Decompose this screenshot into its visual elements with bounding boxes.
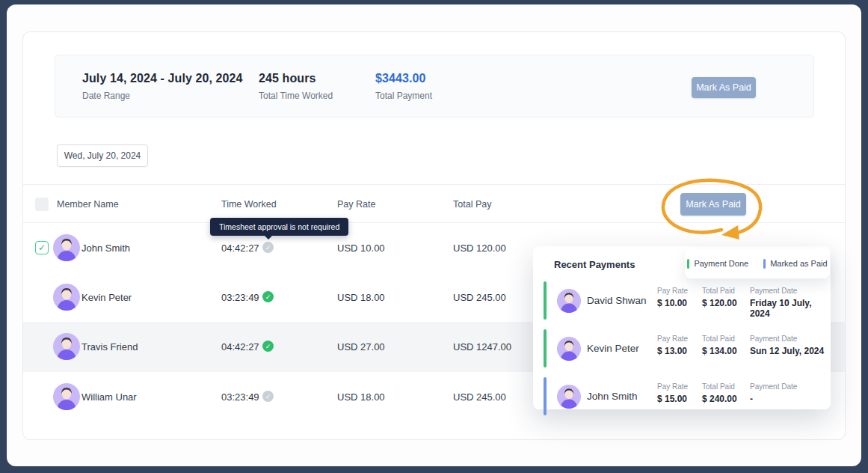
avatar [53, 383, 80, 410]
approval-pending-icon[interactable]: ✓ [262, 391, 274, 402]
total-paid-value: $ 120.00 [702, 298, 737, 308]
mark-as-paid-button-summary[interactable]: Mark As Paid [692, 77, 756, 98]
timesheet-card: July 14, 2024 - July 20, 2024 Date Range… [22, 31, 846, 440]
time-worked: 03:23:49 [221, 292, 259, 303]
mark-as-paid-button-table[interactable]: Mark As Paid [680, 193, 746, 216]
pay-rate-value: $ 15.00 [657, 394, 688, 404]
avatar [557, 289, 581, 313]
payment-done-bar [544, 329, 547, 367]
total-pay: USD 1247.00 [453, 341, 511, 353]
total-paid-value: $ 240.00 [702, 394, 737, 404]
pay-rate: USD 10.00 [337, 242, 385, 254]
payment-date-value: Sun 12 July, 2024 [750, 346, 824, 356]
time-worked: 04:42:27 [221, 242, 259, 254]
total-pay: USD 245.00 [453, 292, 506, 303]
tooltip-text: Timesheet approval is not required [219, 222, 339, 231]
payment-date-label: Payment Date [750, 287, 831, 295]
total-paid-label: Total Paid [702, 382, 737, 391]
member-name: Kevin Peter [81, 292, 132, 303]
total-payment-stat: $3443.00 Total Payment [375, 72, 432, 101]
payee-name: David Shwan [587, 295, 647, 306]
total-paid-label: Total Paid [702, 287, 737, 295]
member-name: William Unar [81, 391, 137, 403]
summary-panel: July 14, 2024 - July 20, 2024 Date Range… [55, 55, 814, 118]
pay-rate-value: $ 10.00 [657, 298, 688, 308]
date-range-label: Date Range [82, 91, 243, 101]
legend-marked-as-paid: Marked as Paid [763, 259, 827, 269]
approval-tooltip: Timesheet approval is not required [210, 218, 348, 236]
payment-done-bar [544, 281, 547, 320]
payee-name: John Smith [587, 391, 638, 402]
total-payment-value: $3443.00 [375, 72, 432, 85]
row-checkbox-checked[interactable]: ✓ [35, 241, 49, 254]
member-name: John Smith [81, 242, 130, 254]
payment-row: Kevin Peter Pay Rate$ 13.00 Total Paid$ … [533, 327, 831, 370]
date-range-value: July 14, 2024 - July 20, 2024 [82, 72, 243, 85]
total-paid-label: Total Paid [702, 335, 737, 343]
payee-name: Kevin Peter [587, 343, 639, 354]
total-time-label: Total Time Worked [259, 91, 333, 101]
legend-label: Payment Done [694, 259, 748, 268]
pay-rate: USD 18.00 [337, 292, 385, 303]
total-pay: USD 120.00 [453, 242, 506, 254]
avatar [53, 234, 80, 261]
payments-legend: Payment Done Marked as Paid [685, 248, 830, 278]
col-time-worked: Time Worked [221, 199, 277, 210]
green-bar-icon [687, 259, 689, 269]
pay-rate-label: Pay Rate [657, 335, 688, 343]
pay-rate: USD 27.00 [337, 341, 385, 353]
tooltip-arrow [264, 235, 273, 239]
total-time-stat: 245 hours Total Time Worked [259, 72, 333, 101]
legend-payment-done: Payment Done [687, 259, 748, 269]
select-all-checkbox[interactable] [35, 198, 49, 211]
approval-done-icon[interactable]: ✓ [262, 341, 274, 352]
pay-rate: USD 18.00 [337, 391, 385, 403]
col-member-name: Member Name [57, 199, 119, 210]
date-range-stat: July 14, 2024 - July 20, 2024 Date Range [82, 72, 243, 101]
payment-date-value: Friday 10 July, 2024 [750, 298, 831, 319]
payment-row: John Smith Pay Rate$ 15.00 Total Paid$ 2… [533, 375, 831, 418]
recent-payments-card: Recent Payments Payment Done Marked as P… [533, 246, 831, 409]
payment-date-label: Payment Date [750, 335, 824, 343]
col-pay-rate: Pay Rate [337, 199, 375, 210]
payment-date-label: Payment Date [750, 382, 797, 391]
avatar [557, 337, 581, 361]
table-header: Member Name Time Worked Pay Rate Total P… [23, 184, 845, 223]
recent-payments-title: Recent Payments [554, 259, 635, 270]
pay-rate-label: Pay Rate [657, 287, 688, 295]
legend-label: Marked as Paid [770, 259, 827, 268]
total-pay: USD 245.00 [453, 391, 506, 403]
total-time-value: 245 hours [259, 72, 333, 85]
date-filter-chip[interactable]: Wed, July 20, 2024 [57, 144, 148, 167]
pay-rate-label: Pay Rate [657, 382, 688, 391]
total-payment-label: Total Payment [375, 91, 432, 101]
member-name: Travis Friend [81, 341, 138, 353]
payment-date-value: - [750, 394, 797, 404]
total-paid-value: $ 134.00 [702, 346, 737, 356]
avatar [53, 333, 80, 360]
marked-as-paid-bar [544, 377, 547, 415]
avatar [53, 284, 80, 311]
pay-rate-value: $ 13.00 [657, 346, 688, 356]
time-worked: 03:23:49 [221, 391, 259, 403]
payment-row: David Shwan Pay Rate$ 10.00 Total Paid$ … [533, 279, 831, 323]
app-page: July 14, 2024 - July 20, 2024 Date Range… [7, 4, 861, 466]
approval-pending-icon[interactable]: ✓ [262, 242, 274, 253]
col-total-pay: Total Pay [453, 199, 491, 210]
avatar [557, 385, 581, 409]
time-worked: 04:42:27 [221, 341, 259, 353]
blue-bar-icon [763, 259, 766, 269]
approval-done-icon[interactable]: ✓ [262, 291, 274, 302]
